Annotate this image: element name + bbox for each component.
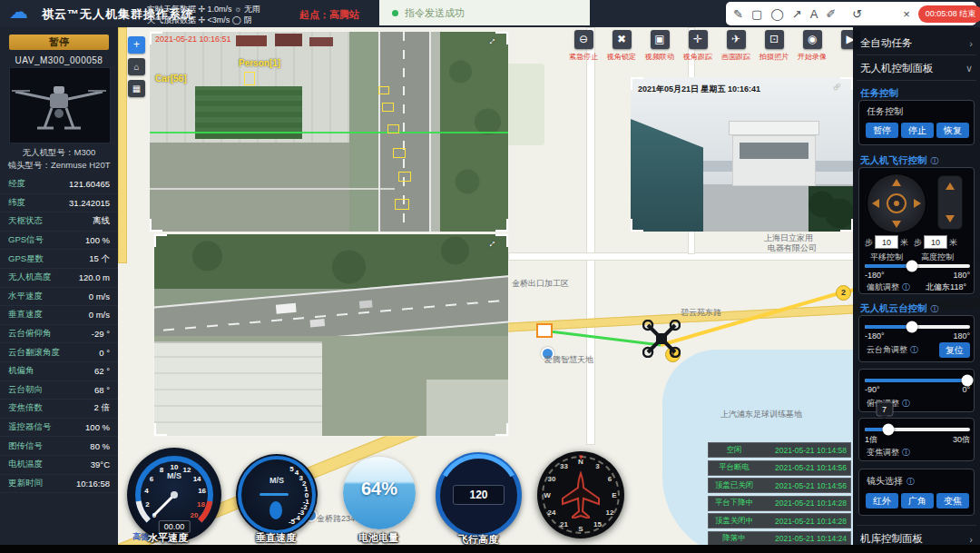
log-row: 降落中 2021-05-21 10:14:24	[708, 531, 851, 547]
task-stop-button[interactable]: 停止	[901, 123, 934, 138]
realtime-wind: 1.0m/s	[208, 5, 232, 14]
gauge-tick-label: 24	[548, 508, 556, 516]
dock-camera-feed[interactable]: 2021年05月21日 星期五 10:16:41 ↕	[631, 77, 853, 232]
video1-timestamp: 2021-05-21 10:16:51	[155, 35, 231, 44]
pan-step-input[interactable]	[875, 235, 898, 249]
zoom-slider[interactable]: 7	[865, 428, 970, 431]
map-zoom-in-button[interactable]: +	[128, 36, 145, 54]
lens-infrared-button[interactable]: 红外	[866, 493, 898, 509]
altitude-readout: 120	[453, 485, 505, 505]
uav-id: UAV_M300_000058	[0, 55, 118, 65]
video-feed-2[interactable]: ↕	[154, 234, 508, 436]
chevron-right-icon: ›	[969, 534, 973, 545]
task-resume-button[interactable]: 恢复	[936, 123, 969, 138]
realtime-cond: 无雨	[244, 5, 260, 14]
marker-icon[interactable]: ✐	[826, 8, 836, 20]
zoom-value-tooltip: 7	[876, 402, 893, 417]
take-photo-icon: ⊡	[765, 30, 784, 49]
alt-step-input[interactable]	[924, 235, 947, 249]
joystick-up-icon[interactable]	[892, 179, 901, 186]
toolbar-view-track-button[interactable]: ✛ 视角跟踪	[681, 30, 715, 63]
pencil-icon[interactable]: ✎	[733, 8, 743, 20]
curved-wall	[631, 112, 703, 232]
altitude-up-icon[interactable]	[946, 183, 955, 190]
forecast-cond: 阴	[243, 15, 251, 25]
pan-joystick[interactable]	[867, 173, 926, 233]
text-icon[interactable]: A	[810, 8, 818, 20]
gimbal-control-section: 无人机云台控制ⓘ	[860, 302, 939, 315]
undo-icon[interactable]: ↺	[852, 8, 862, 20]
uav-photo	[9, 67, 111, 143]
pitch-slider[interactable]	[865, 379, 970, 382]
auto-task-row[interactable]: 全自动任务›	[860, 36, 973, 50]
lens-value: Zenmuse H20T	[51, 160, 110, 170]
task-control-section: 任务控制	[860, 87, 898, 100]
telemetry-row: 云台朝向 68 °	[0, 381, 118, 400]
info-icon: ⓘ	[906, 476, 915, 488]
lens-wide-button[interactable]: 广角	[901, 493, 934, 509]
telemetry-row: 图传信号 80 %	[0, 437, 118, 456]
altitude-down-icon[interactable]	[946, 215, 955, 222]
gauge-tick-label: 15	[593, 520, 602, 528]
gauge-tick-label: S	[578, 525, 583, 533]
recording-stop-button[interactable]: 00:05:08 结束	[918, 5, 980, 23]
joystick-left-icon[interactable]	[872, 199, 879, 208]
task-pause-button[interactable]: 暂停	[866, 123, 898, 138]
zoom-card: 7 1倍30倍 变焦调整ⓘ	[858, 418, 975, 461]
toolbar-emergency-stop-button[interactable]: ⊖ 紧急停止	[566, 30, 601, 63]
detection-line-white	[150, 188, 395, 190]
close-icon[interactable]: ×	[903, 8, 910, 20]
gauge-tick-label: 33	[560, 461, 568, 469]
telemetry-row: 水平速度 0 m/s	[0, 288, 118, 307]
vehicle	[309, 319, 325, 327]
arrow-icon[interactable]: ↗	[792, 8, 802, 20]
compass-gauge: ▼ N36E1215S2124W3033	[537, 451, 624, 538]
info-icon: ⓘ	[910, 344, 918, 356]
altitude-joystick[interactable]	[937, 175, 963, 230]
gimbal-reset-button[interactable]: 复位	[939, 342, 970, 358]
map-calendar-button[interactable]: ▦	[128, 80, 145, 97]
gauge-tick-label: N	[578, 458, 583, 466]
uav-pause-button[interactable]: 暂停	[9, 35, 109, 50]
uav-panel-row[interactable]: 无人机控制面板∨	[860, 62, 973, 75]
rectangle-icon[interactable]: ▢	[751, 8, 762, 20]
gauge-tick-label: 30	[548, 474, 556, 482]
drone-marker[interactable]	[642, 320, 681, 358]
toast-text: 指令发送成功	[405, 6, 465, 20]
telemetry-row: 垂直速度 0 m/s	[0, 306, 118, 325]
detection-line-green	[150, 132, 508, 133]
taskbar[interactable]	[0, 545, 980, 553]
video-feed-1[interactable]: Car[56] Person[1] 2021-05-21 10:16:51 ↕	[150, 32, 508, 232]
horizontal-speed-gauge: 02468101214161820 M/S 00.00	[127, 448, 221, 542]
toolbar-video-link-button[interactable]: ▣ 视频联动	[642, 30, 677, 63]
telemetry-row: 云台俯仰角 -29 °	[0, 325, 118, 344]
battery-percentage: 64%	[343, 479, 416, 499]
lens-zoom-button[interactable]: 变焦	[936, 493, 969, 509]
route-start-marker[interactable]	[536, 323, 553, 338]
view-track-icon: ✛	[689, 30, 708, 49]
task-control-card: 任务控制 暂停 停止 恢复	[858, 100, 975, 145]
yaw-slider[interactable]	[865, 264, 970, 268]
map-home-button[interactable]: ⌂	[128, 58, 145, 75]
toolbar-take-photo-button[interactable]: ⊡ 拍摄照片	[757, 30, 791, 63]
toolbar-start-record-button[interactable]: ◉ 开始录像	[795, 30, 829, 63]
telemetry-row: 纬度 31.242015	[0, 194, 118, 213]
waypoint-2[interactable]: 2	[836, 285, 851, 301]
joystick-right-icon[interactable]	[914, 199, 921, 208]
toolbar-frame-track-button[interactable]: ✈ 画面跟踪	[719, 30, 753, 63]
joystick-down-icon[interactable]	[892, 221, 901, 228]
drone-silhouette	[10, 68, 108, 141]
telemetry-row: 变焦倍数 2 倍	[0, 400, 118, 419]
frame-track-icon: ✈	[727, 30, 746, 49]
gauge-tick-label: 6	[608, 474, 612, 482]
toolbar-view-lock-button[interactable]: ✖ 视角锁定	[604, 30, 639, 63]
chevron-right-icon: ›	[969, 38, 973, 49]
gauge-tick-label: 20	[190, 510, 198, 518]
screen-recorder-toolbar: ✎ ▢ ◯ ↗ A ✐ ↺ × 00:05:08 结束	[726, 2, 976, 25]
gimbal-angle-slider[interactable]	[865, 325, 970, 329]
hangar-panel-row[interactable]: 机库控制面板›	[860, 532, 973, 546]
model-label: 无人机型号：	[23, 147, 74, 157]
circle-icon[interactable]: ◯	[770, 8, 784, 20]
info-icon: ⓘ	[902, 398, 910, 410]
gauge-tick-label: 18	[197, 499, 205, 508]
